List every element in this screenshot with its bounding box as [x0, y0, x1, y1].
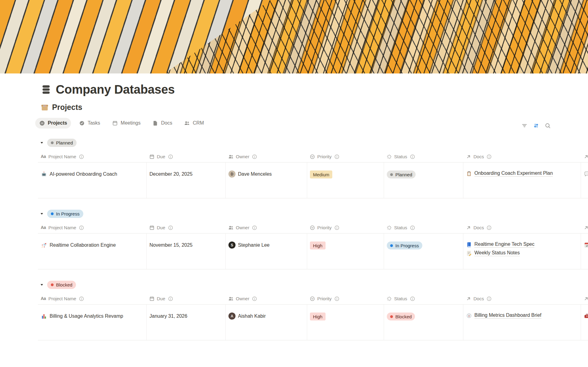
doc-link-label: Weekly Status Notes	[474, 250, 520, 256]
cell-edge[interactable]	[581, 305, 588, 340]
sort-icon[interactable]	[533, 122, 539, 129]
cell-status[interactable]: Planned	[384, 163, 463, 198]
calendar-17-icon: 17	[584, 242, 588, 248]
group-collapse-toggle[interactable]	[40, 141, 44, 145]
cell-owner[interactable]: SStephanie Lee	[225, 234, 307, 269]
doc-link[interactable]: Billing Metrics Dashboard Brief	[466, 313, 541, 319]
group-label-pill[interactable]: Blocked	[47, 281, 76, 289]
cell-edge[interactable]	[581, 163, 588, 198]
column-label: Project Name	[48, 296, 76, 301]
column-label: Status	[394, 154, 407, 159]
column-header-priority[interactable]: Priority	[307, 151, 384, 162]
status-dot	[51, 212, 54, 215]
status-icon	[386, 296, 392, 301]
doc-link[interactable]: Realtime Engine Tech Spec	[466, 242, 534, 248]
column-header-project-name[interactable]: AaProject Name	[38, 151, 146, 162]
group-header: Blocked	[38, 281, 588, 289]
doc-link-label: Onboarding Coach Experiment Plan	[474, 170, 553, 177]
tab-projects[interactable]: Projects	[35, 118, 71, 129]
tab-meetings[interactable]: Meetings	[108, 118, 145, 129]
text-icon: Aa	[41, 296, 46, 301]
priority-tag: High	[310, 313, 326, 320]
column-header-owner[interactable]: Owner	[225, 293, 307, 304]
cell-docs[interactable]: Onboarding Coach Experiment Plan	[463, 163, 581, 198]
column-header-priority[interactable]: Priority	[307, 222, 384, 233]
column-header-due[interactable]: Due	[146, 151, 225, 162]
calendar-icon	[149, 154, 155, 159]
tab-crm[interactable]: CRM	[180, 118, 208, 129]
filter-icon[interactable]	[521, 122, 528, 129]
tab-docs[interactable]: Docs	[149, 118, 176, 129]
column-label: Priority	[317, 225, 332, 230]
doc-icon	[153, 120, 158, 126]
database-icon	[41, 84, 51, 95]
page-content: Company Databases Projects ProjectsTasks…	[38, 83, 588, 340]
column-header-due[interactable]: Due	[146, 293, 225, 304]
column-header-edge[interactable]	[581, 293, 588, 304]
cell-status[interactable]: In Progress	[384, 234, 463, 269]
info-icon	[252, 154, 257, 159]
group-collapse-toggle[interactable]	[40, 212, 44, 216]
owner-name-text: Dave Menceles	[238, 170, 272, 177]
group-label: Planned	[56, 140, 73, 145]
column-header-project-name[interactable]: AaProject Name	[38, 222, 146, 233]
cell-project-name[interactable]: AI-powered Onboarding Coach	[38, 163, 146, 198]
info-icon	[334, 154, 340, 159]
column-label: Priority	[317, 154, 332, 159]
column-header-owner[interactable]: Owner	[225, 151, 307, 162]
owner-avatar: S	[228, 242, 236, 249]
column-header-docs[interactable]: Docs	[463, 293, 581, 304]
column-header-status[interactable]: Status	[384, 293, 463, 304]
cell-docs[interactable]: Billing Metrics Dashboard Brief	[463, 305, 581, 340]
search-icon[interactable]	[545, 122, 551, 129]
cell-due-date[interactable]: January 31, 2026	[146, 305, 225, 340]
cell-project-name[interactable]: Billing & Usage Analytics Revamp	[38, 305, 146, 340]
column-header-priority[interactable]: Priority	[307, 293, 384, 304]
info-icon	[334, 225, 340, 230]
column-label: Docs	[473, 154, 484, 159]
cell-project-name[interactable]: Realtime Collaboration Engine	[38, 234, 146, 269]
column-header-owner[interactable]: Owner	[225, 222, 307, 233]
column-header-status[interactable]: Status	[384, 222, 463, 233]
text-icon: Aa	[41, 154, 46, 159]
select-icon	[310, 154, 315, 159]
status-dot	[390, 244, 393, 247]
cell-priority[interactable]: Medium	[307, 163, 384, 198]
table-row: Realtime Collaboration EngineNovember 15…	[38, 234, 588, 269]
calendar-icon	[149, 296, 155, 301]
column-header-edge[interactable]	[581, 151, 588, 162]
priority-tag: Medium	[310, 170, 332, 178]
cell-owner[interactable]: DDave Menceles	[225, 163, 307, 198]
column-header-edge[interactable]	[581, 222, 588, 233]
info-icon	[486, 225, 492, 230]
relation-icon	[583, 296, 588, 301]
group-label-pill[interactable]: Planned	[47, 139, 77, 147]
column-header-project-name[interactable]: AaProject Name	[38, 293, 146, 304]
column-header-docs[interactable]: Docs	[463, 151, 581, 162]
cell-due-date[interactable]: December 20, 2025	[146, 163, 225, 198]
group-blocked: BlockedAaProject NameDueOwnerPrioritySta…	[38, 281, 588, 340]
group-header: Planned	[38, 139, 588, 147]
column-header-docs[interactable]: Docs	[463, 222, 581, 233]
tab-tasks[interactable]: Tasks	[75, 118, 104, 129]
group-label-pill[interactable]: In Progress	[47, 210, 83, 218]
column-header-due[interactable]: Due	[146, 222, 225, 233]
cell-edge[interactable]: 17	[581, 234, 588, 269]
cell-docs[interactable]: Realtime Engine Tech SpecWeekly Status N…	[463, 234, 581, 269]
column-label: Due	[157, 154, 165, 159]
cell-priority[interactable]: High	[307, 234, 384, 269]
doc-link[interactable]: Onboarding Coach Experiment Plan	[466, 170, 553, 177]
cell-priority[interactable]: High	[307, 305, 384, 340]
info-icon	[252, 225, 257, 230]
group-collapse-toggle[interactable]	[40, 283, 44, 287]
priority-tag: High	[310, 242, 326, 249]
column-header-status[interactable]: Status	[384, 151, 463, 162]
cell-due-date[interactable]: November 15, 2025	[146, 234, 225, 269]
cell-status[interactable]: Blocked	[384, 305, 463, 340]
cell-owner[interactable]: AAishah Kabir	[225, 305, 307, 340]
doc-link[interactable]: Weekly Status Notes	[466, 250, 520, 256]
doc-link-label: Billing Metrics Dashboard Brief	[474, 313, 541, 319]
status-dot	[390, 173, 393, 176]
text-icon: Aa	[41, 225, 46, 230]
tab-label: CRM	[193, 120, 204, 126]
